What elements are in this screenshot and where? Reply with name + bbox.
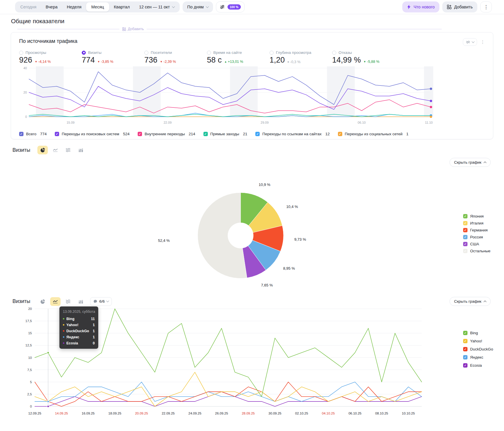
svg-text:14.09.25: 14.09.25 <box>55 412 68 415</box>
legend-checkbox[interactable]: ✓ <box>463 339 467 343</box>
kebab-menu-button[interactable]: ⋮ <box>480 1 492 12</box>
metric-delta-value: -5,88 % <box>367 60 379 64</box>
bar-chart-type-button[interactable] <box>76 146 86 154</box>
legend-item[interactable]: ✓Прямые заходы21 <box>203 132 248 136</box>
toolbar-tab[interactable]: Месяц <box>86 2 109 12</box>
legend-checkbox[interactable]: ✓ <box>463 228 467 232</box>
legend-checkbox[interactable]: ✓ <box>138 132 142 136</box>
legend-value: 524 <box>123 132 130 136</box>
legend-checkbox[interactable]: ✓ <box>463 249 467 253</box>
search-legend-item[interactable]: ✓Bing <box>463 331 493 335</box>
metric-1[interactable]: Просмотры926▼-4,14 % <box>19 50 82 65</box>
pie-chart-type-button[interactable] <box>37 297 48 306</box>
stacked-chart-type-button[interactable] <box>63 146 73 154</box>
visits-donut-chart[interactable]: 10,9 %10,4 %9,73 %8,95 %7,65 %52,4 % <box>0 154 504 291</box>
legend-checkbox[interactable]: ✓ <box>19 132 23 136</box>
chevron-down-icon <box>472 40 475 43</box>
pie-legend-item[interactable]: ✓Россия <box>463 235 490 239</box>
toolbar-tab[interactable]: Сегодня <box>16 1 41 12</box>
metric-2[interactable]: Визиты774▼-3,85 % <box>82 50 144 65</box>
svg-text:30.09.25: 30.09.25 <box>268 412 281 415</box>
stacked-chart-type-button[interactable] <box>63 297 73 306</box>
date-range-button[interactable]: 12 сен — 11 окт <box>134 5 179 9</box>
pie-legend-label: Германия <box>470 228 488 232</box>
traffic-line-chart[interactable]: 0204015.0922.0929.0906.1011.10 <box>19 65 433 131</box>
pie-legend-item[interactable]: ✓Остальные <box>463 249 490 253</box>
add-widget-button[interactable]: Добавить <box>119 27 147 31</box>
legend-checkbox[interactable]: ✓ <box>463 221 467 225</box>
chart-settings-button[interactable] <box>463 38 477 46</box>
granularity-select[interactable]: По дням <box>183 1 213 12</box>
tooltip-series-value: 0 <box>93 341 95 345</box>
search-legend-item[interactable]: ✓Ecosia <box>463 363 493 368</box>
metric-delta-value: -0,3 % <box>290 60 301 64</box>
metric-label: Посетители <box>151 50 172 55</box>
line-chart-type-button[interactable] <box>50 146 61 154</box>
svg-text:0: 0 <box>30 405 32 408</box>
legend-checkbox[interactable]: ✓ <box>463 347 467 351</box>
metric-6[interactable]: Отказы14,99 %▼-5,88 % <box>332 50 395 65</box>
svg-text:8,95 %: 8,95 % <box>283 266 295 271</box>
toolbar-tab[interactable]: Неделя <box>62 1 86 12</box>
pie-legend-label: Италия <box>470 221 483 225</box>
legend-checkbox[interactable]: ✓ <box>463 331 467 335</box>
legend-item[interactable]: ✓Всего774 <box>19 132 47 136</box>
legend-item[interactable]: ✓Переходы из поисковых систем524 <box>55 132 130 136</box>
add-button[interactable]: Добавить <box>442 1 477 12</box>
legend-checkbox[interactable]: ✓ <box>463 242 467 246</box>
search-legend-label: Bing <box>470 331 478 335</box>
tooltip-series-name: Ecosia <box>66 341 78 345</box>
metric-5[interactable]: Глубина просмотра1,20◆-0,3 % <box>270 50 332 65</box>
card-kebab-button[interactable]: ⋮ <box>481 39 485 45</box>
hide-line-chart-button[interactable]: Скрыть график <box>450 297 491 306</box>
bar-chart-type-button[interactable] <box>76 297 86 306</box>
pie-legend-item[interactable]: ✓Япония <box>463 214 490 218</box>
metric-radio[interactable] <box>207 51 211 55</box>
search-legend-item[interactable]: ✓Yahoo! <box>463 339 493 343</box>
date-range-label: 12 сен — 11 окт <box>139 5 170 9</box>
legend-checkbox[interactable]: ✓ <box>463 214 467 218</box>
metric-3[interactable]: Посетители736▼-2,39 % <box>144 50 207 65</box>
metric-delta: ▼-5,88 % <box>363 60 379 64</box>
tooltip-series-value: 1 <box>93 335 95 339</box>
legend-checkbox[interactable]: ✓ <box>338 132 342 136</box>
toolbar-tab[interactable]: Вчера <box>41 1 62 12</box>
metric-radio[interactable] <box>270 51 274 55</box>
triangle-down-icon: ▼ <box>35 60 37 63</box>
metric-radio[interactable] <box>82 51 86 55</box>
legend-item[interactable]: ✓Переходы по ссылкам на сайтах12 <box>255 132 330 136</box>
metric-header: Время на сайте <box>207 50 270 55</box>
legend-item[interactable]: ✓Переходы из социальных сетей1 <box>338 132 409 136</box>
metric-radio[interactable] <box>332 51 336 55</box>
tooltip-row: Yahoo!1 <box>63 322 95 328</box>
pie-legend-item[interactable]: ✓США <box>463 242 490 246</box>
metric-radio[interactable] <box>19 51 23 55</box>
sampling-button[interactable]: 100 % <box>216 1 245 12</box>
svg-text:7,5: 7,5 <box>27 368 32 372</box>
legend-checkbox[interactable]: ✓ <box>203 132 208 136</box>
legend-checkbox[interactable]: ✓ <box>55 132 59 136</box>
annotations-counter-button[interactable]: 6/6 <box>90 297 112 306</box>
legend-checkbox[interactable]: ✓ <box>255 132 260 136</box>
legend-checkbox[interactable]: ✓ <box>463 355 467 359</box>
svg-text:12,5: 12,5 <box>26 344 32 347</box>
svg-text:06.10.25: 06.10.25 <box>348 412 361 415</box>
search-engines-legend: ✓Bing✓Yahoo!✓DuckDuckGo✓Яндекс✓Ecosia <box>463 331 493 368</box>
legend-checkbox[interactable]: ✓ <box>463 363 467 368</box>
metric-value-row: 736▼-2,39 % <box>144 56 207 65</box>
svg-text:20: 20 <box>23 91 27 94</box>
pie-chart-type-button[interactable] <box>37 146 48 154</box>
svg-text:52,4 %: 52,4 % <box>158 238 170 243</box>
metric-4[interactable]: Время на сайте58 с▲+13,01 % <box>207 50 270 65</box>
whats-new-button[interactable]: Что нового <box>402 1 439 12</box>
pie-legend-item[interactable]: ✓Италия <box>463 221 490 225</box>
toolbar-tab[interactable]: Квартал <box>109 1 134 12</box>
search-legend-item[interactable]: ✓DuckDuckGo <box>463 347 493 351</box>
whats-new-label: Что нового <box>414 5 435 9</box>
pie-legend-item[interactable]: ✓Германия <box>463 228 490 232</box>
metric-radio[interactable] <box>144 51 148 55</box>
search-legend-item[interactable]: ✓Яндекс <box>463 355 493 359</box>
line-chart-type-button[interactable] <box>50 297 61 306</box>
legend-item[interactable]: ✓Внутренние переходы214 <box>138 132 195 136</box>
legend-checkbox[interactable]: ✓ <box>463 235 467 239</box>
